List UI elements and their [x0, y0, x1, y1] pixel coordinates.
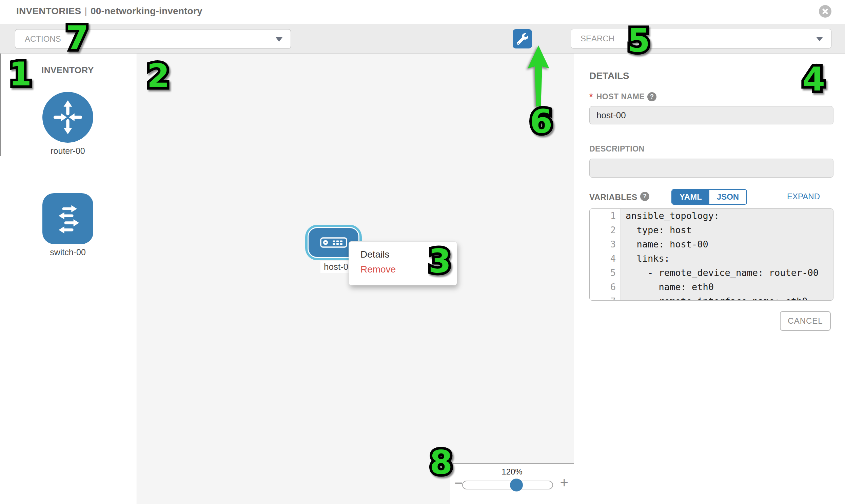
breadcrumb-inventories: INVENTORIES — [16, 6, 82, 16]
search-dropdown-label: SEARCH — [581, 34, 614, 43]
cancel-button[interactable]: CANCEL — [780, 311, 831, 331]
description-input[interactable] — [589, 159, 833, 178]
line-code: type: host — [621, 223, 692, 237]
editor-line: 6 name: eth0 — [590, 280, 833, 294]
inventory-topology-app: INVENTORIES|00-networking-inventory ACTI… — [0, 0, 845, 504]
description-label: DESCRIPTION — [589, 144, 645, 154]
editor-line: 7 remote_interface_name: eth0 — [590, 294, 833, 301]
router-icon — [42, 92, 93, 143]
zoom-level: 120% — [450, 467, 574, 476]
line-code: ansible_topology: — [621, 209, 719, 223]
search-dropdown[interactable]: SEARCH — [571, 29, 831, 49]
zoom-slider-thumb[interactable] — [510, 479, 523, 491]
editor-line: 4 links: — [590, 252, 833, 266]
description-label-row: DESCRIPTION — [589, 144, 645, 154]
zoom-widget: 120% − + — [450, 463, 574, 504]
configure-button[interactable] — [513, 29, 532, 49]
chevron-down-icon — [276, 37, 282, 42]
palette-item-label: switch-00 — [41, 248, 95, 257]
details-panel: DETAILS * HOST NAME ? DESCRIPTION VARIAB… — [575, 54, 845, 504]
zoom-slider-track[interactable] — [462, 481, 553, 489]
line-code: name: host-00 — [621, 237, 708, 252]
actions-dropdown-label: ACTIONS — [25, 34, 61, 44]
inventory-heading: INVENTORY — [41, 65, 94, 76]
line-number: 6 — [590, 280, 621, 294]
format-yaml-button[interactable]: YAML — [672, 190, 709, 204]
variables-label: VARIABLES — [589, 193, 637, 202]
editor-line: 5 - remote_device_name: router-00 — [590, 266, 833, 280]
host-name-label: HOST NAME — [596, 92, 645, 101]
title-separator: | — [85, 6, 87, 16]
context-menu: Details Remove — [349, 241, 457, 285]
chevron-down-icon — [816, 37, 823, 41]
actions-dropdown[interactable]: ACTIONS — [15, 29, 291, 49]
line-number: 3 — [590, 237, 621, 252]
format-toggle: YAML JSON — [671, 189, 747, 205]
required-marker: * — [589, 91, 593, 102]
variables-editor[interactable]: 1ansible_topology: 2 type: host 3 name: … — [589, 209, 833, 301]
context-menu-remove[interactable]: Remove — [349, 262, 457, 277]
variables-row: VARIABLES ? YAML JSON EXPAND — [589, 189, 833, 205]
main-area: INVENTORY router-00 — [0, 54, 845, 504]
zoom-out-button[interactable]: − — [454, 476, 463, 490]
toolbar: ACTIONS SEARCH — [0, 24, 845, 54]
host-name-input[interactable] — [589, 106, 833, 124]
help-icon[interactable]: ? — [647, 92, 656, 101]
wrench-icon — [517, 33, 528, 45]
switch-icon — [42, 193, 93, 244]
palette-item-router[interactable]: router-00 — [41, 92, 95, 156]
header: INVENTORIES|00-networking-inventory — [0, 0, 845, 24]
page-title: INVENTORIES|00-networking-inventory — [16, 6, 203, 17]
line-code: - remote_device_name: router-00 — [621, 266, 818, 280]
close-button[interactable] — [819, 5, 831, 18]
host-name-label-row: * HOST NAME ? — [589, 91, 656, 102]
line-number: 5 — [590, 266, 621, 280]
line-code: links: — [621, 252, 670, 266]
context-menu-details[interactable]: Details — [349, 247, 457, 262]
palette-item-label: router-00 — [41, 146, 95, 156]
editor-line: 3 name: host-00 — [590, 237, 833, 252]
line-number: 1 — [590, 209, 621, 223]
editor-line: 1ansible_topology: — [590, 209, 833, 223]
editor-line: 2 type: host — [590, 223, 833, 237]
help-icon[interactable]: ? — [640, 192, 649, 201]
expand-link[interactable]: EXPAND — [787, 192, 820, 201]
details-heading: DETAILS — [589, 71, 629, 82]
inventory-palette: INVENTORY router-00 — [0, 54, 137, 504]
zoom-in-button[interactable]: + — [560, 476, 568, 490]
topology-canvas[interactable]: host-00 Details Remove 120% − + — [137, 54, 574, 504]
format-json-button[interactable]: JSON — [709, 190, 746, 204]
close-icon — [822, 8, 828, 15]
line-code: remote_interface_name: eth0 — [621, 294, 807, 301]
line-number: 2 — [590, 223, 621, 237]
panel-edge-line — [0, 54, 1, 156]
line-number: 4 — [590, 252, 621, 266]
line-number: 7 — [590, 294, 621, 301]
host-icon — [320, 237, 347, 248]
line-code: name: eth0 — [621, 280, 714, 294]
palette-item-switch[interactable]: switch-00 — [41, 193, 95, 257]
inventory-name: 00-networking-inventory — [90, 6, 203, 16]
